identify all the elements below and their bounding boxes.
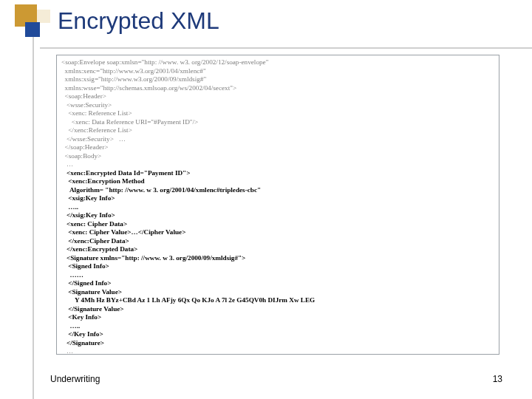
horizontal-rule (40, 47, 532, 49)
code-line: <soap:Body> (61, 152, 494, 161)
vertical-rule (33, 37, 34, 399)
code-line: </xenc:Cipher Data> (61, 237, 494, 246)
code-line: </xsig:Key Info> (61, 211, 494, 220)
code-line: </Signed Info> (61, 279, 494, 288)
code-line: … (61, 160, 494, 169)
code-line: ….. (61, 322, 494, 331)
code-line: <Signature Value> (61, 288, 494, 297)
accent-square-blue (25, 22, 40, 37)
code-line: Y 4Mh Hz BYz+CBd Az 1 Lh AFjy 6Qx Qo KJo… (61, 296, 494, 305)
code-line: <xenc: Cipher Data> (61, 220, 494, 229)
code-line: <xenc:Encrypted Data Id="Payment ID"> (61, 169, 494, 178)
code-line: <xenc: Data Reference URI="#Payment ID"/… (61, 118, 494, 127)
code-line: xmlns:xsig="http://www.w3.org/2000/09/xm… (61, 75, 494, 84)
code-line: </xenc:Encrypted Data> (61, 245, 494, 254)
code-line: <soap:Header> (61, 92, 494, 101)
accent-square-cream (37, 10, 50, 23)
page-number: 13 (493, 374, 502, 384)
code-line: xmlns:wsse="http://schemas.xmlsoap.org/w… (61, 84, 494, 93)
code-line: <xenc:Encryption Method (61, 177, 494, 186)
code-line: Algorithm= "http: //www. w 3. org/2001/0… (61, 186, 494, 195)
code-line: …… (61, 271, 494, 280)
code-line: … (61, 347, 494, 355)
code-line: </wsse:Security> … (61, 135, 494, 144)
code-line: xmlns:xenc="http://www.w3.org/2001/04/xm… (61, 67, 494, 76)
code-line: ….. (61, 203, 494, 212)
code-line: <xenc: Reference List> (61, 109, 494, 118)
slide: Encrypted XML <soap:Envelope soap:xmlsn=… (0, 0, 532, 399)
code-line: <Key Info> (61, 313, 494, 322)
footer-left: Underwriting (50, 374, 100, 384)
code-box: <soap:Envelope soap:xmlsn="http: //www. … (56, 55, 499, 355)
code-line: </Key Info> (61, 330, 494, 339)
code-line: <Signature xmlns="http: //www. w 3. org/… (61, 254, 494, 263)
code-line: <soap:Envelope soap:xmlsn="http: //www. … (61, 58, 494, 67)
code-line: <wsse:Security> (61, 101, 494, 110)
slide-title: Encrypted XML (58, 7, 219, 35)
code-line: </soap:Header> (61, 143, 494, 152)
code-line: <Signed Info> (61, 262, 494, 271)
code-line: </Signature> (61, 339, 494, 348)
code-line: <xsig:Key Info> (61, 194, 494, 203)
code-line: <xenc: Cipher Value>…</Cipher Value> (61, 228, 494, 237)
code-line: </Signature Value> (61, 305, 494, 314)
code-line: </xenc:Reference List> (61, 126, 494, 135)
